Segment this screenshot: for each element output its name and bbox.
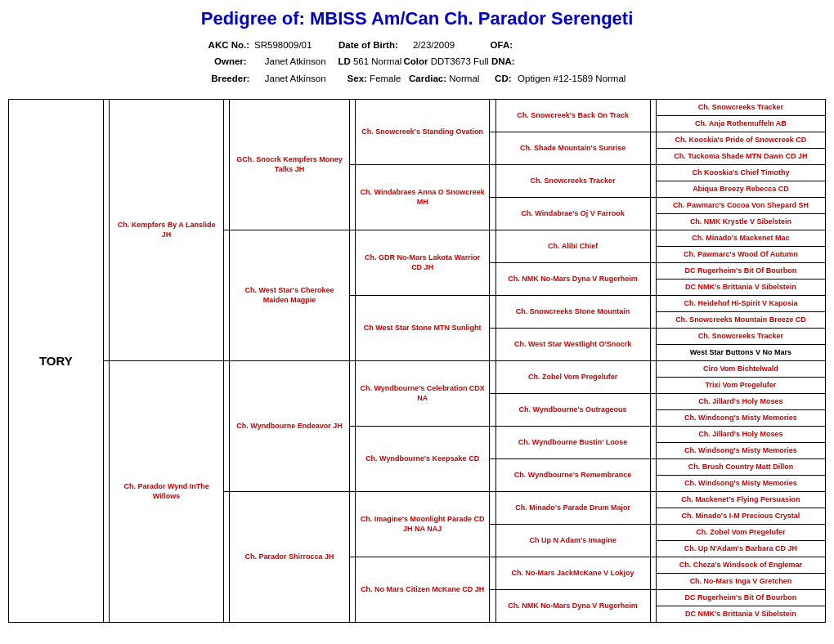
subject-cell: TORY [9, 100, 104, 623]
gen4-dsss: Ch. Zobel Vom Pregelufer [495, 361, 650, 394]
owner-val: Janet Atkinson [265, 56, 326, 66]
gen5-ddds-1: Ch. Cheza's Windsock of Englemar [656, 557, 825, 574]
gen5-dssd-1: Ch. Jillard's Holy Moses [656, 394, 825, 410]
gen4-dsds: Ch. Wyndbourne Bustin' Loose [495, 427, 650, 459]
gen4-sssd: Ch. Shade Mountain's Sunrise [495, 132, 650, 165]
gen5-sdsd-2: DC NMK's Brittania V Sibelstein [656, 280, 825, 296]
gen4-sddd: Ch. West Star Westlight O'Snocrk [495, 329, 650, 361]
gen4-ddds: Ch. No-Mars JackMcKane V Lokjoy [495, 557, 650, 590]
gen5-dssd-2: Ch. Windsong's Misty Memories [656, 410, 825, 427]
gen5-dddd-1: DC Rugerheim's Bit Of Bourbon [656, 590, 825, 606]
gen5-dsdd-1: Ch. Brush Country Matt Dillon [656, 459, 825, 476]
dob-label: Date of Birth: [339, 40, 398, 50]
breeder-label: Breeder: [211, 74, 249, 83]
gen5-ssssd: Ch. Anja Rothemuffeln AB [656, 116, 825, 132]
dna-label: DNA: [491, 56, 515, 66]
gen3-sds: Ch. GDR No-Mars Lakota Warrior CD JH [355, 230, 489, 296]
gen3-dsd: Ch. Wyndbourne's Keepsake CD [355, 427, 489, 492]
page-title: Pedigree of: MBISS Am/Can Ch. Parador Se… [8, 8, 826, 29]
gen4-dssd: Ch. Wyndbourne's Outrageous [495, 394, 650, 427]
akc-label: AKC No.: [208, 40, 249, 50]
gen3-sdd: Ch West Star Stone MTN Sunlight [355, 296, 489, 361]
cd-label: CD: [495, 74, 511, 83]
gen5-sddd-1: Ch. Snowcreeks Tracker [656, 329, 825, 345]
gen4-sdds: Ch. Snowcreeks Stone Mountain [495, 296, 650, 329]
gen4-ssds: Ch. Snowcreeks Tracker [495, 165, 650, 198]
gen5-dsds-1: Ch. Jillard's Holy Moses [656, 427, 825, 443]
gen4-dddd: Ch. NMK No-Mars Dyna V Rugerheim [495, 590, 650, 623]
gen5-ddsd-1: Ch. Zobel Vom Pregelufer [656, 525, 825, 541]
gen5-sdss-2: Ch. Pawmarc's Wood Of Autumn [656, 247, 825, 263]
info-section: AKC No.: SR598009/01 Date of Birth: 2/23… [8, 36, 826, 87]
gen4-ddss: Ch. Minado's Parade Drum Major [495, 492, 650, 525]
title-name: MBISS Am/Can Ch. Parador Serengeti [310, 8, 633, 29]
gen5-ssdds: Ch. Pawmarc's Cocoa Von Shepard SH [656, 198, 825, 214]
owner-label: Owner: [214, 56, 247, 66]
cardiac-label: Cardiac: [409, 74, 446, 83]
color-val: DDT3673 Full [431, 56, 489, 66]
gen5-sdds-2: Ch. Snowcreeks Mountain Breeze CD [656, 312, 825, 329]
gen2-ds: Ch. Wyndbourne Endeavor JH [230, 361, 349, 492]
gen5-sddd-2: West Star Buttons V No Mars [656, 345, 825, 361]
gen5-sssds: Ch. Kooskia's Pride of Snowcreek CD [656, 132, 825, 149]
gen4-dsdd: Ch. Wyndbourne's Remembrance [495, 459, 650, 492]
gen5-sdss-1: Ch. Minado's Mackenet Mac [656, 230, 825, 247]
gen3-ddd: Ch. No Mars Citizen McKane CD JH [355, 557, 489, 623]
gen4-ssss: Ch. Snowcreek's Back On Track [495, 100, 650, 132]
gen5-dsss-1: Ciro Vom Bichtelwald [656, 361, 825, 378]
gen3-sss: Ch. Snowcreek's Standing Ovation [355, 100, 489, 165]
gen5-ddds-2: Ch. No-Mars Inga V Gretchen [656, 574, 825, 590]
gen2-dd: Ch. Parador Shirrocca JH [230, 492, 349, 623]
gen4-sdss: Ch. Alibi Chief [495, 230, 650, 263]
gen5-ddss-2: Ch. Minado's I-M Precious Crystal [656, 508, 825, 525]
gen4-ddsd: Ch Up N Adam's Imagine [495, 525, 650, 557]
title-prefix: Pedigree of: [201, 8, 310, 29]
gen5-dsss-2: Trixi Vom Pregelufer [656, 378, 825, 394]
gen5-sssdd: Ch. Tuckoma Shade MTN Dawn CD JH [656, 149, 825, 165]
gen5-dddd-2: DC NMK's Brittania V Sibelstein [656, 606, 825, 623]
gen5-sssss: Ch. Snowcreeks Tracker [656, 100, 825, 116]
ofa-label: OFA: [491, 40, 513, 50]
gen5-ssdss: Ch Kooskia's Chief Timothy [656, 165, 825, 181]
gen5-ssddd: Ch. NMK Krystle V Sibelstein [656, 214, 825, 230]
gen5-sdds-1: Ch. Heidehof Hi-Spirit V Kaposia [656, 296, 825, 312]
ld-label: LD [338, 56, 350, 66]
gen5-sdsd-1: DC Rugerheim's Bit Of Bourbon [656, 263, 825, 280]
gen5-dsds-2: Ch. Windsong's Misty Memories [656, 443, 825, 459]
gen5-ddss-1: Ch. Mackenet's Flying Persuasion [656, 492, 825, 508]
gen2-ss: GCh. Snocrk Kempfers Money Talks JH [230, 100, 349, 230]
dob-val: 2/23/2009 [413, 40, 455, 50]
gen3-dss: Ch. Wyndbourne's Celebration CDX NA [355, 361, 489, 427]
gen1-sire: Ch. Kempfers By A Lanslide JH [110, 100, 224, 361]
sex-val: Female [370, 74, 401, 83]
ld-val: 561 Normal [353, 56, 401, 66]
gen5-dsdd-2: Ch. Windsong's Misty Memories [656, 476, 825, 492]
sex-label: Sex: [348, 74, 367, 83]
gen3-dds: Ch. Imagine's Moonlight Parade CD JH NA … [355, 492, 489, 557]
gen5-ssdsd: Abiqua Breezy Rebecca CD [656, 181, 825, 198]
gen5-ddsd-2: Ch. Up N'Adam's Barbara CD JH [656, 541, 825, 557]
gen4-sdsd: Ch. NMK No-Mars Dyna V Rugerheim [495, 263, 650, 296]
gen3-ssd: Ch. Windabraes Anna O Snowcreek MH [355, 165, 489, 230]
akc-no: SR598009/01 [254, 40, 312, 50]
gen2-sd: Ch. West Star's Cherokee Maiden Magpie [230, 230, 349, 361]
pedigree-chart: TORY Ch. Kempfers By A Lanslide JH GCh. … [8, 99, 826, 623]
cardiac-val: Normal [449, 74, 479, 83]
breeder-val: Janet Atkinson [265, 74, 326, 83]
gen1-dam: Ch. Parador Wynd InThe Willows [110, 361, 224, 623]
cd-val: Optigen #12-1589 Normal [518, 74, 626, 83]
gen4-ssdd: Ch. Windabrae's Oj V Farrook [495, 198, 650, 230]
color-label: Color [403, 56, 428, 66]
